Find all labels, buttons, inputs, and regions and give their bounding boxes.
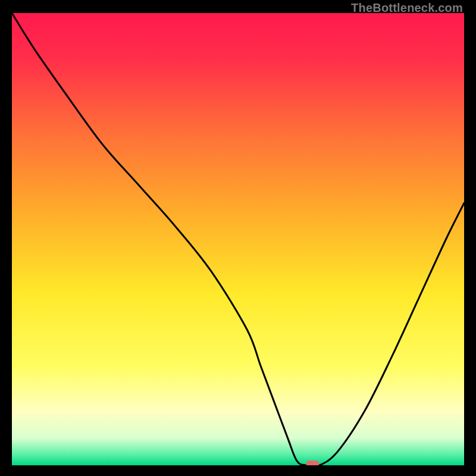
bottleneck-chart [12, 13, 464, 465]
plot-area [12, 13, 464, 465]
chart-frame: TheBottleneck.com [0, 0, 476, 476]
heatmap-background [12, 13, 464, 465]
optimal-point-marker [306, 461, 319, 465]
